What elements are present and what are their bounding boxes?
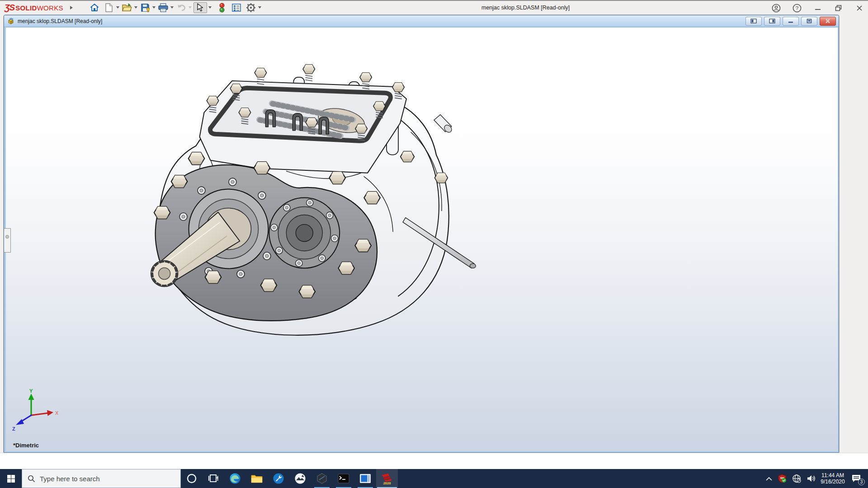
screen: ƷS SOLID WORKS: [0, 0, 868, 488]
feature-pane-tab[interactable]: [4, 228, 11, 253]
app-titlebar: ƷS SOLID WORKS: [0, 0, 868, 14]
tray-clock[interactable]: 11:44 AM 9/16/2020: [818, 472, 847, 485]
search-input[interactable]: [40, 475, 157, 483]
assembly-document-icon: [7, 18, 15, 25]
new-document-dropdown[interactable]: [115, 2, 121, 13]
minimize-button[interactable]: [813, 3, 823, 13]
select-tool-button[interactable]: [193, 2, 207, 13]
traffic-light-icon: [219, 3, 225, 13]
taskbar-cortana[interactable]: [181, 469, 203, 488]
solidworks-logo: ƷS SOLID WORKS: [5, 3, 63, 13]
tray-volume[interactable]: [804, 469, 818, 488]
start-button[interactable]: [0, 469, 22, 488]
app-title: menjac sklop.SLDASM [Read-only]: [481, 1, 570, 15]
undo-button[interactable]: [175, 2, 187, 13]
search-icon: [28, 475, 35, 483]
solidworks-logo-light: WORKS: [37, 4, 63, 12]
file-explorer-icon: [251, 474, 263, 483]
doc-restore-icon: [807, 19, 812, 23]
taskbar-media-app[interactable]: [354, 469, 376, 488]
save-icon: [141, 3, 150, 12]
status-bar: [0, 453, 868, 469]
task-view-icon: [208, 474, 219, 483]
speaker-icon: [807, 474, 816, 483]
home-button[interactable]: [89, 2, 100, 13]
tray-network[interactable]: [789, 469, 804, 488]
taskbar-search[interactable]: [22, 469, 181, 488]
tray-notifications[interactable]: 3: [847, 469, 865, 488]
minimize-icon: [815, 5, 821, 11]
cortana-icon: [186, 473, 197, 484]
close-button[interactable]: [854, 3, 864, 13]
select-tool-dropdown[interactable]: [207, 2, 213, 13]
taskbar-hexagon-app[interactable]: [311, 469, 333, 488]
globe-no-internet-icon: [792, 474, 801, 483]
command-prompt-icon: [338, 474, 349, 483]
traffic-light-button[interactable]: [216, 2, 228, 13]
menu-expand-arrow-icon[interactable]: [70, 4, 73, 12]
options-gear-button[interactable]: [245, 2, 257, 13]
pane-right-icon: [769, 19, 775, 23]
help-icon: ?: [793, 4, 802, 13]
options-gear-dropdown[interactable]: [257, 2, 263, 13]
print-button[interactable]: [157, 2, 169, 13]
svg-text:?: ?: [796, 5, 798, 11]
new-document-icon: [105, 3, 113, 12]
doc-minimize-icon: [788, 19, 793, 23]
hexagon-app-icon: [316, 473, 328, 484]
save-button[interactable]: [139, 2, 151, 13]
task-list-button[interactable]: [231, 2, 242, 13]
open-icon: [122, 3, 132, 12]
undo-dropdown[interactable]: [187, 2, 193, 13]
maximize-button[interactable]: [834, 3, 844, 13]
doc-close-button[interactable]: [820, 17, 836, 26]
new-document-button[interactable]: [103, 2, 115, 13]
media-app-icon: [359, 474, 371, 483]
solidworks-logo-glyph: ƷS: [5, 3, 14, 13]
document-title: menjac sklop.SLDASM [Read-only]: [18, 18, 102, 24]
wrench-tool-icon: [273, 473, 284, 484]
document-window: menjac sklop.SLDASM [Read-only]: [4, 15, 839, 453]
taskbar-photos[interactable]: [289, 469, 311, 488]
doc-minimize-button[interactable]: [783, 17, 799, 26]
viewport-3d[interactable]: Y X Z *Dimetric: [6, 28, 838, 451]
document-titlebar[interactable]: menjac sklop.SLDASM [Read-only]: [4, 15, 839, 27]
taskbar-edge[interactable]: [224, 469, 246, 488]
taskbar-command-prompt[interactable]: [333, 469, 354, 488]
tray-solidworks-monitor[interactable]: sw: [775, 469, 789, 488]
doc-restore-button[interactable]: [801, 17, 817, 26]
toggle-left-pane-button[interactable]: [745, 17, 762, 26]
photos-icon: [294, 473, 306, 484]
taskbar: 2020 sw 11:44 AM 9/16/2020 3: [0, 469, 868, 488]
pane-tab-handle: [5, 235, 9, 239]
open-button[interactable]: [121, 2, 133, 13]
print-dropdown[interactable]: [169, 2, 175, 13]
home-icon: [90, 3, 99, 12]
taskbar-task-view[interactable]: [203, 469, 224, 488]
document-window-controls: [745, 17, 836, 26]
gearbox-model: [6, 28, 838, 451]
taskbar-admin-tools[interactable]: [268, 469, 289, 488]
windows-logo-icon: [7, 475, 15, 483]
taskbar-solidworks[interactable]: 2020: [376, 469, 398, 488]
task-list-icon: [232, 4, 241, 12]
taskbar-file-explorer[interactable]: [246, 469, 268, 488]
undo-icon: [177, 4, 186, 12]
account-button[interactable]: [771, 3, 781, 13]
open-dropdown[interactable]: [133, 2, 139, 13]
restore-icon: [835, 5, 842, 11]
save-dropdown[interactable]: [151, 2, 157, 13]
triad-x-label: X: [55, 410, 59, 416]
edge-icon: [229, 473, 241, 484]
hidden-icons-chevron[interactable]: [763, 469, 775, 488]
quick-access-toolbar: [89, 2, 263, 13]
help-button[interactable]: ?: [792, 3, 802, 13]
print-icon: [158, 3, 168, 12]
orientation-triad: Y X Z: [12, 389, 62, 434]
view-orientation-label: *Dimetric: [13, 442, 39, 449]
app-window-controls: ?: [771, 1, 864, 15]
notification-badge: 3: [858, 479, 865, 485]
tray-time: 11:44 AM: [818, 472, 847, 479]
sw-year-label: 2020: [383, 481, 391, 485]
toggle-right-pane-button[interactable]: [764, 17, 780, 26]
